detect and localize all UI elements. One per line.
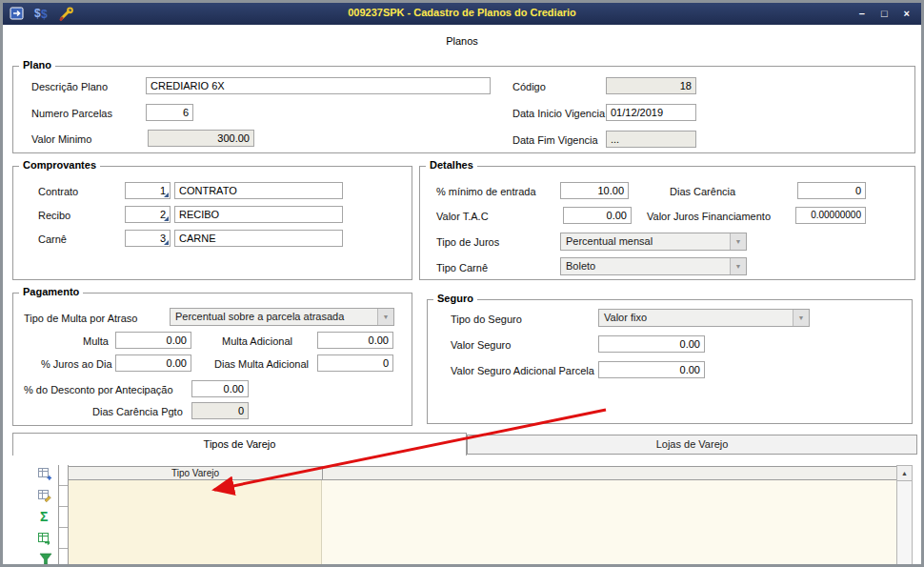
svg-text:$: $ <box>41 8 48 21</box>
grid-header-tipo-varejo[interactable]: Tipo Varejo <box>69 467 322 479</box>
finance-icon[interactable]: $$ <box>33 6 50 25</box>
groupbox-comprovantes-legend: Comprovantes <box>19 159 100 171</box>
grid-edit-icon[interactable] <box>37 488 51 507</box>
minimize-button[interactable]: – <box>859 3 865 25</box>
recibo-label: Recibo <box>38 209 70 222</box>
tipo-multa-select[interactable]: Percentual sobre a parcela atrasada ▼ <box>170 308 394 326</box>
groupbox-seguro-legend: Seguro <box>433 293 477 304</box>
contrato-code-input[interactable]: 1 <box>125 182 171 199</box>
chevron-down-icon[interactable]: ▼ <box>793 310 809 326</box>
data-inicio-vigencia-label: Data Inicio Vigencia <box>512 107 605 120</box>
grid-export-icon[interactable] <box>37 531 51 550</box>
tipo-juros-select[interactable]: Percentual mensal ▼ <box>560 233 747 251</box>
tipo-carne-value: Boleto <box>566 260 595 272</box>
numero-parcelas-label: Numero Parcelas <box>31 107 112 120</box>
maximize-button[interactable]: □ <box>881 3 888 25</box>
title-bar: $$ 009237SPK - Cadastro de Planos do Cre… <box>3 3 921 25</box>
data-fim-vigencia-input[interactable]: ... <box>606 131 696 148</box>
grid-body[interactable] <box>69 480 896 567</box>
carne-code-input[interactable]: 3 <box>125 230 171 247</box>
valor-tac-input[interactable]: 0.00 <box>563 207 632 224</box>
grid-row-selector-column[interactable] <box>58 465 69 567</box>
desconto-antecipacao-label: % do Desconto por Antecipação <box>24 383 173 396</box>
tab-tipos-de-varejo[interactable]: Tipos de Varejo <box>12 433 467 456</box>
window-title: 009237SPK - Cadastro de Planos do Credia… <box>3 7 921 18</box>
dias-carencia-input[interactable]: 0 <box>797 182 866 199</box>
valor-minimo-label: Valor Minimo <box>31 132 91 146</box>
valor-juros-financiamento-label: Valor Juros Financiamento <box>647 210 771 223</box>
codigo-input[interactable]: 18 <box>606 77 696 94</box>
grid-column-tipo-varejo[interactable] <box>69 480 322 567</box>
multa-label: Multa <box>83 334 109 348</box>
carne-label: Carnê <box>38 233 67 246</box>
grid-scrollbar[interactable]: ▲ <box>896 465 913 567</box>
multa-adicional-label: Multa Adicional <box>222 334 292 348</box>
valor-seguro-input[interactable]: 0.00 <box>598 335 705 353</box>
exit-icon[interactable] <box>10 7 25 25</box>
tipo-multa-value: Percentual sobre a parcela atrasada <box>175 311 344 322</box>
titlebar-icons: $$ <box>10 6 74 25</box>
grid-add-icon[interactable] <box>37 466 51 485</box>
valor-seguro-label: Valor Seguro <box>451 338 511 352</box>
tipo-seguro-label: Tipo do Seguro <box>451 313 522 326</box>
groupbox-pagamento-legend: Pagamento <box>19 286 83 297</box>
descricao-plano-label: Descrição Plano <box>31 80 108 93</box>
data-inicio-vigencia-input[interactable]: 01/12/2019 <box>606 104 696 121</box>
valor-minimo-input[interactable]: 300.00 <box>148 130 254 147</box>
tipo-carne-label: Tipo Carnê <box>436 261 488 274</box>
dias-multa-adicional-label: Dias Multa Adicional <box>214 357 309 371</box>
valor-juros-financiamento-input[interactable]: 0.00000000 <box>795 207 866 224</box>
tipo-carne-select[interactable]: Boleto ▼ <box>560 257 747 275</box>
tipo-seguro-value: Valor fixo <box>604 312 647 323</box>
juros-ao-dia-label: % Juros ao Dia <box>41 357 112 371</box>
tipo-multa-label: Tipo de Multa por Atraso <box>24 312 137 325</box>
wrench-icon[interactable] <box>59 7 74 25</box>
chevron-down-icon[interactable]: ▼ <box>730 233 746 250</box>
dias-multa-adicional-input[interactable]: 0 <box>317 354 393 372</box>
chevron-down-icon[interactable]: ▼ <box>730 258 746 274</box>
descricao-plano-input[interactable]: CREDIARIO 6X <box>146 77 491 94</box>
valor-seguro-adicional-input[interactable]: 0.00 <box>598 361 705 378</box>
svg-text:$: $ <box>34 7 41 20</box>
close-button[interactable]: × <box>904 3 910 25</box>
dias-carencia-pgto-label: Dias Carência Pgto <box>92 405 183 418</box>
recibo-code-input[interactable]: 2 <box>125 206 171 223</box>
page-title: Planos <box>3 35 921 47</box>
data-fim-vigencia-label: Data Fim Vigencia <box>512 133 598 147</box>
tipo-seguro-select[interactable]: Valor fixo ▼ <box>598 309 810 327</box>
recibo-name-input[interactable]: RECIBO <box>174 206 343 223</box>
chevron-down-icon[interactable]: ▼ <box>377 309 393 325</box>
tipo-juros-label: Tipo de Juros <box>436 235 499 249</box>
filter-icon[interactable] <box>39 553 52 567</box>
app-window: $$ 009237SPK - Cadastro de Planos do Cre… <box>0 0 924 567</box>
numero-parcelas-input[interactable]: 6 <box>146 104 193 121</box>
carne-name-input[interactable]: CARNE <box>174 230 343 247</box>
scroll-up-icon[interactable]: ▲ <box>897 466 912 481</box>
multa-adicional-input[interactable]: 0.00 <box>317 332 393 349</box>
dias-carencia-label: Dias Carência <box>670 185 735 198</box>
juros-ao-dia-input[interactable]: 0.00 <box>115 354 191 372</box>
tipo-juros-value: Percentual mensal <box>566 235 653 247</box>
window-controls: – □ × <box>859 3 910 25</box>
dias-carencia-pgto-input[interactable]: 0 <box>191 402 249 419</box>
sum-icon[interactable]: Σ <box>40 509 48 524</box>
grid-column-separator <box>322 467 323 479</box>
grid-header-row[interactable]: Tipo Varejo <box>69 466 896 480</box>
contrato-name-input[interactable]: CONTRATO <box>174 182 343 199</box>
groupbox-plano-legend: Plano <box>19 59 55 71</box>
desconto-antecipacao-input[interactable]: 0.00 <box>191 380 249 397</box>
groupbox-detalhes-legend: Detalhes <box>426 159 477 171</box>
multa-input[interactable]: 0.00 <box>115 332 191 349</box>
minimo-entrada-input[interactable]: 10.00 <box>560 182 629 199</box>
tab-lojas-de-varejo[interactable]: Lojas de Varejo <box>467 435 917 454</box>
codigo-label: Código <box>512 80 546 93</box>
valor-seguro-adicional-label: Valor Seguro Adicional Parcela <box>451 364 594 377</box>
valor-tac-label: Valor T.A.C <box>436 210 489 223</box>
minimo-entrada-label: % mínimo de entrada <box>436 185 536 198</box>
contrato-label: Contrato <box>38 185 78 198</box>
